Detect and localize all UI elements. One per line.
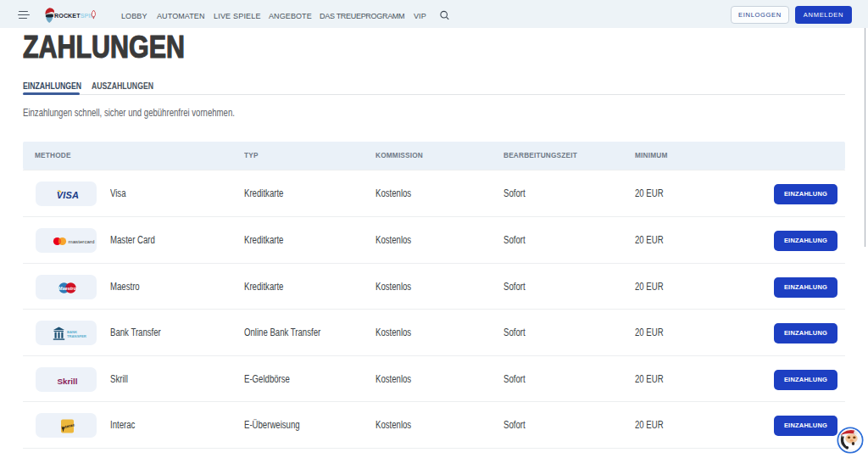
svg-text:VISA: VISA — [57, 190, 79, 200]
svg-text:TRANSFER: TRANSFER — [67, 334, 86, 338]
svg-text:Maestro: Maestro — [58, 286, 77, 291]
svg-text:mastercard: mastercard — [69, 238, 96, 244]
svg-text:Skrill: Skrill — [58, 377, 78, 386]
